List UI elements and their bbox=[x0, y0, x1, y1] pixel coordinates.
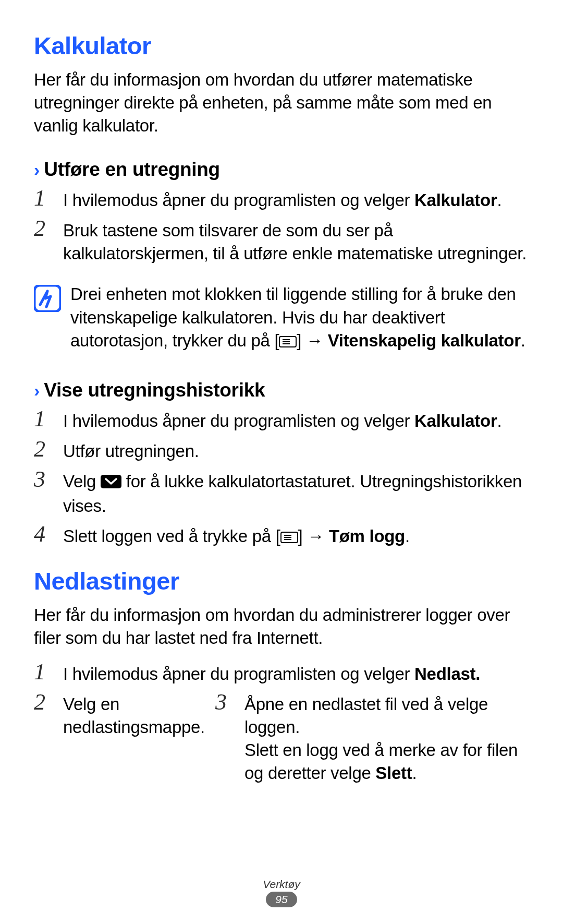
step: 1 I hvilemodus åpner du programlisten og… bbox=[34, 187, 529, 212]
step-number: 2 bbox=[34, 217, 53, 265]
step: 2 Velg en nedlastingsmappe. 3 Åpne en ne… bbox=[34, 691, 529, 790]
footer-category: Verktøy bbox=[0, 878, 563, 891]
step-number: 1 bbox=[34, 661, 53, 686]
step-number: 1 bbox=[34, 187, 53, 212]
svg-rect-5 bbox=[101, 475, 121, 488]
intro-kalkulator: Her får du informasjon om hvordan du utf… bbox=[34, 68, 529, 138]
step-number: 2 bbox=[34, 691, 53, 790]
chevron-right-icon: › bbox=[34, 161, 40, 178]
step-number: 1 bbox=[34, 407, 53, 433]
heading-nedlastinger: Nedlastinger bbox=[34, 567, 529, 595]
step-text: I hvilemodus åpner du programlisten og v… bbox=[63, 187, 501, 212]
subheading-text: Utføre en utregning bbox=[44, 159, 220, 181]
step-number: 2 bbox=[34, 438, 53, 463]
step: 2 Bruk tastene som tilsvarer de som du s… bbox=[34, 217, 529, 265]
manual-page: Kalkulator Her får du informasjon om hvo… bbox=[0, 0, 563, 924]
step-text: Åpne en nedlastet fil ved å velge loggen… bbox=[244, 691, 529, 785]
step: 4 Slett loggen ved å trykke på [ ] → Tøm… bbox=[34, 523, 529, 549]
steps-utregning: 1 I hvilemodus åpner du programlisten og… bbox=[34, 187, 529, 266]
subheading-utregning: › Utføre en utregning bbox=[34, 159, 529, 181]
step-text: I hvilemodus åpner du programlisten og v… bbox=[63, 661, 480, 686]
steps-nedlastinger: 1 I hvilemodus åpner du programlisten og… bbox=[34, 661, 529, 790]
intro-nedlastinger: Her får du informasjon om hvordan du adm… bbox=[34, 604, 529, 650]
step: 1 I hvilemodus åpner du programlisten og… bbox=[34, 661, 529, 686]
step: 3 Velg for å lukke kalkulatortastaturet.… bbox=[34, 468, 529, 517]
menu-icon bbox=[279, 330, 297, 353]
collapse-icon bbox=[101, 471, 121, 494]
step-text: Slett loggen ved å trykke på [ ] → Tøm l… bbox=[63, 523, 410, 549]
step-number: 3 bbox=[215, 691, 234, 785]
note-text: Drei enheten mot klokken til liggende st… bbox=[70, 283, 529, 353]
heading-kalkulator: Kalkulator bbox=[34, 31, 529, 60]
step-text: I hvilemodus åpner du programlisten og v… bbox=[63, 407, 501, 433]
step-number: 4 bbox=[34, 523, 53, 549]
note-block: Drei enheten mot klokken til liggende st… bbox=[34, 283, 529, 353]
step: 3 Åpne en nedlastet fil ved å velge logg… bbox=[215, 691, 529, 785]
chevron-right-icon: › bbox=[34, 381, 40, 399]
note-icon bbox=[34, 285, 61, 312]
step-text: Velg for å lukke kalkulatortastaturet. U… bbox=[63, 468, 529, 517]
step-text: Utfør utregningen. bbox=[63, 438, 199, 463]
step-number: 3 bbox=[34, 468, 53, 517]
subheading-text: Vise utregningshistorikk bbox=[44, 379, 265, 401]
step: 2 Utfør utregningen. bbox=[34, 438, 529, 463]
page-number-badge: 95 bbox=[266, 892, 297, 907]
step: 1 I hvilemodus åpner du programlisten og… bbox=[34, 407, 529, 433]
step-text: Bruk tastene som tilsvarer de som du ser… bbox=[63, 217, 529, 265]
menu-icon bbox=[280, 526, 298, 549]
steps-historikk: 1 I hvilemodus åpner du programlisten og… bbox=[34, 407, 529, 549]
step-text: Velg en nedlastingsmappe. bbox=[63, 691, 205, 790]
page-footer: Verktøy 95 bbox=[0, 878, 563, 907]
subheading-historikk: › Vise utregningshistorikk bbox=[34, 379, 529, 401]
